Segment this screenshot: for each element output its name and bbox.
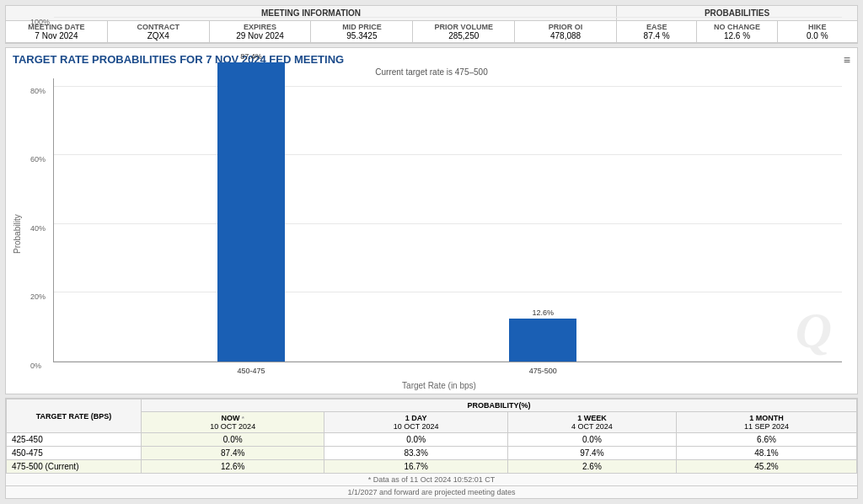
bar-group: 12.6%475-500 <box>509 308 576 362</box>
mid-price-cell: MID PRICE 95.3425 <box>311 21 413 42</box>
y-tick: 40% <box>30 224 46 233</box>
expires-cell: EXPIRES 29 Nov 2024 <box>210 21 312 42</box>
meeting-info-title: MEETING INFORMATION <box>6 6 616 21</box>
col-header-2: 1 WEEK4 OCT 2024 <box>507 412 676 433</box>
chart-area: Probability 0%20%40%60%80%100%87.4%450-4… <box>13 78 850 390</box>
prob-cell: 87.4% <box>142 447 324 460</box>
prior-oi-cell: PRIOR OI 478,088 <box>515 21 616 42</box>
ease-cell: EASE 87.4 % <box>617 21 697 42</box>
top-info-bar: MEETING INFORMATION MEETING DATE 7 Nov 2… <box>5 5 858 44</box>
chart-plot: 0%20%40%60%80%100%87.4%450-47512.6%475-5… <box>53 78 842 362</box>
table-row: 450-47587.4%83.3%97.4%48.1% <box>7 447 857 460</box>
no-change-label: NO CHANGE <box>700 23 773 31</box>
table-row: 475-500 (Current)12.6%16.7%2.6%45.2% <box>7 460 857 474</box>
contract-cell: CONTRACT ZQX4 <box>108 21 210 42</box>
y-gridline <box>54 361 842 362</box>
prob-cell: 2.6% <box>507 460 676 474</box>
bar <box>509 319 576 362</box>
bar <box>217 62 285 362</box>
prob-cell: 0.0% <box>507 433 676 447</box>
hike-cell: HIKE 0.0 % <box>778 21 857 42</box>
mid-price-value: 95.3425 <box>314 31 409 40</box>
target-rate-header: TARGET RATE (BPS) <box>7 399 142 433</box>
chart-subtitle: Current target rate is 475–500 <box>13 67 850 77</box>
ease-label: EASE <box>620 23 693 31</box>
bar-group: 87.4%450-475 <box>217 52 285 362</box>
no-change-cell: NO CHANGE 12.6 % <box>697 21 777 42</box>
mid-price-label: MID PRICE <box>314 23 409 31</box>
x-axis-label: Target Rate (in bps) <box>28 381 850 390</box>
chart-inner: 0%20%40%60%80%100%87.4%450-47512.6%475-5… <box>28 78 850 390</box>
y-tick: 0% <box>30 362 41 370</box>
prob-cell: 48.1% <box>676 447 856 460</box>
probabilities-data-row: EASE 87.4 % NO CHANGE 12.6 % HIKE 0.0 % <box>617 21 857 42</box>
target-rate-cell: 475-500 (Current) <box>7 460 142 474</box>
prior-oi-value: 478,088 <box>518 31 613 40</box>
expires-label: EXPIRES <box>213 23 308 31</box>
y-tick: 80% <box>30 87 46 95</box>
y-gridline <box>54 86 842 87</box>
prob-cell: 12.6% <box>142 460 324 474</box>
no-change-value: 12.6 % <box>700 31 773 40</box>
meeting-date-cell: MEETING DATE 7 Nov 2024 <box>6 21 108 42</box>
prior-volume-label: PRIOR VOLUME <box>416 23 511 31</box>
contract-value: ZQX4 <box>111 31 206 40</box>
probabilities-title: PROBABILITIES <box>617 6 857 21</box>
target-rate-cell: 450-475 <box>7 447 142 460</box>
probabilities-table: TARGET RATE (BPS) PROBABILITY(%) NOW *10… <box>6 399 857 474</box>
bar-x-label: 450-475 <box>237 367 265 375</box>
bar-value-label: 12.6% <box>533 308 555 317</box>
bottom-table-section: TARGET RATE (BPS) PROBABILITY(%) NOW *10… <box>5 398 858 499</box>
target-rate-cell: 425-450 <box>7 433 142 447</box>
prior-volume-value: 285,250 <box>416 31 511 40</box>
hike-label: HIKE <box>781 23 854 31</box>
y-gridline <box>54 292 842 292</box>
prob-header: PROBABILITY(%) <box>142 399 857 412</box>
meeting-date-label: MEETING DATE <box>9 23 104 31</box>
prob-cell: 6.6% <box>676 433 856 447</box>
chart-section: TARGET RATE PROBABILITIES FOR 7 NOV 2024… <box>5 47 858 394</box>
y-tick: 20% <box>30 292 46 301</box>
prob-cell: 0.0% <box>324 433 507 447</box>
table-footnote2: 1/1/2027 and forward are projected meeti… <box>6 485 857 498</box>
col-header-0: NOW *10 OCT 2024 <box>142 412 324 433</box>
prob-cell: 16.7% <box>324 460 507 474</box>
y-gridline <box>54 154 842 155</box>
table-row: 425-4500.0%0.0%0.0%6.6% <box>7 433 857 447</box>
meeting-data-row: MEETING DATE 7 Nov 2024 CONTRACT ZQX4 EX… <box>6 21 616 42</box>
y-gridline <box>54 223 842 224</box>
ease-value: 87.4 % <box>620 31 693 40</box>
contract-label: CONTRACT <box>111 23 206 31</box>
prob-cell: 45.2% <box>676 460 856 474</box>
prior-volume-cell: PRIOR VOLUME 285,250 <box>413 21 515 42</box>
y-gridline <box>54 17 842 18</box>
prob-cell: 83.3% <box>324 447 507 460</box>
footnote2-text: 1/1/2027 and forward are projected meeti… <box>347 488 515 496</box>
meeting-info-block: MEETING INFORMATION MEETING DATE 7 Nov 2… <box>6 6 617 42</box>
y-tick: 60% <box>30 155 46 164</box>
prior-oi-label: PRIOR OI <box>518 23 613 31</box>
hike-value: 0.0 % <box>781 31 854 40</box>
footnote-text: * Data as of 11 Oct 2024 10:52:01 CT <box>368 475 496 484</box>
y-tick: 100% <box>30 18 50 26</box>
bar-value-label: 87.4% <box>240 52 262 61</box>
col-header-3: 1 MONTH11 SEP 2024 <box>676 412 856 433</box>
probabilities-block: PROBABILITIES EASE 87.4 % NO CHANGE 12.6… <box>617 6 857 42</box>
main-container: MEETING INFORMATION MEETING DATE 7 Nov 2… <box>0 0 863 504</box>
table-footnote: * Data as of 11 Oct 2024 10:52:01 CT <box>6 474 857 485</box>
chart-title: TARGET RATE PROBABILITIES FOR 7 NOV 2024… <box>13 53 850 66</box>
prob-cell: 97.4% <box>507 447 676 460</box>
bar-x-label: 475-500 <box>529 367 557 375</box>
y-axis-label: Probability <box>13 78 26 390</box>
expires-value: 29 Nov 2024 <box>213 31 308 40</box>
top-header-row: MEETING INFORMATION MEETING DATE 7 Nov 2… <box>6 6 857 43</box>
prob-cell: 0.0% <box>142 433 324 447</box>
meeting-date-value: 7 Nov 2024 <box>9 31 104 40</box>
col-header-1: 1 DAY10 OCT 2024 <box>324 412 507 433</box>
hamburger-menu-icon[interactable]: ≡ <box>844 53 850 67</box>
